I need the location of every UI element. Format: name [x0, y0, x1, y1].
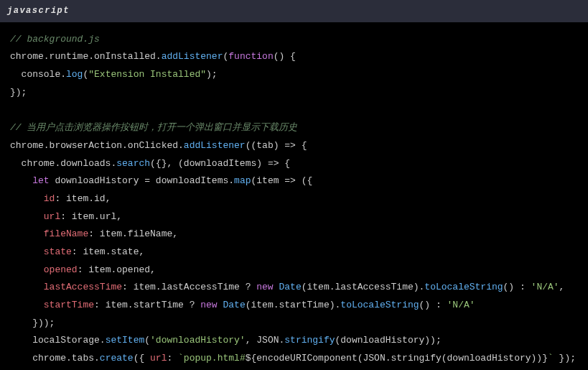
code-text: }); — [10, 87, 27, 98]
code-text: : item.url, — [60, 211, 122, 222]
keyword: new — [200, 300, 217, 310]
code-text: : item.startTime ? — [94, 300, 200, 310]
code-text: () : — [419, 300, 447, 310]
fn-call: stringify — [284, 335, 335, 346]
code-text: chrome.downloads. — [10, 158, 116, 169]
template-expr: ${encodeURIComponent(JSON.stringify(down… — [246, 353, 548, 364]
code-text: downloadHistory = downloadItems. — [50, 175, 234, 186]
code-text — [10, 193, 44, 204]
code-text: () : — [503, 282, 531, 292]
fn-call: setItem — [106, 335, 145, 346]
fn-call: addListener — [162, 51, 223, 62]
code-text: : item.state, — [72, 246, 144, 257]
code-text: ({}, ( — [150, 158, 184, 169]
template-string: `popup.html# — [178, 353, 246, 364]
property: lastAccessTime — [44, 282, 122, 292]
keyword: let — [32, 175, 49, 186]
code-text: (( — [246, 140, 257, 151]
fn-call: Date — [279, 282, 301, 292]
code-text — [10, 282, 44, 292]
fn-call: create — [100, 353, 134, 364]
code-text: console. — [10, 69, 66, 80]
code-text: })); — [10, 318, 55, 328]
code-text — [10, 264, 44, 275]
param: tab — [256, 140, 273, 151]
code-text: : — [167, 353, 178, 364]
property: startTime — [44, 300, 94, 310]
string: 'downloadHistory' — [150, 335, 246, 346]
code-text: }); — [554, 353, 576, 364]
code-text — [10, 300, 44, 310]
comment: // 当用户点击浏览器操作按钮时，打开一个弹出窗口并显示下载历史 — [10, 122, 297, 133]
string: 'N/A' — [531, 282, 559, 292]
string: 'N/A' — [447, 300, 475, 310]
language-header: javascript — [0, 0, 588, 22]
property: url — [44, 211, 60, 222]
code-block: // background.js chrome.runtime.onInstal… — [0, 22, 588, 370]
code-text: chrome.browserAction.onClicked. — [10, 140, 184, 151]
param: downloadItems — [184, 158, 256, 169]
fn-call: log — [66, 69, 83, 80]
code-text: () { — [274, 51, 296, 62]
comment: // background.js — [10, 34, 100, 45]
keyword: new — [256, 282, 273, 292]
code-text: : item.opened, — [78, 264, 156, 275]
fn-call: map — [234, 175, 251, 186]
code-text: chrome.tabs. — [10, 353, 100, 364]
property: opened — [44, 264, 78, 275]
string: "Extension Installed" — [88, 69, 206, 80]
code-text: localStorage. — [10, 335, 106, 346]
code-text — [10, 211, 44, 222]
code-text: , — [559, 282, 565, 292]
language-label: javascript — [7, 6, 70, 16]
code-text — [10, 246, 44, 257]
code-text: ) => { — [274, 140, 307, 151]
code-text: (downloadHistory)); — [335, 335, 442, 346]
property: id — [44, 193, 55, 204]
property: state — [44, 246, 72, 257]
keyword: function — [228, 51, 273, 62]
fn-call: toLocaleString — [424, 282, 503, 292]
code-text: ( — [144, 335, 150, 346]
code-text: , JSON. — [246, 335, 285, 346]
fn-call: toLocaleString — [340, 300, 419, 310]
property: fileName — [44, 228, 88, 239]
code-text: : item.lastAccessTime ? — [122, 282, 256, 292]
property: url — [150, 353, 167, 364]
code-text: chrome.runtime.onInstalled. — [10, 51, 162, 62]
param: item — [256, 175, 279, 186]
code-text — [10, 175, 32, 186]
code-text: ); — [206, 69, 218, 80]
fn-call: addListener — [184, 140, 246, 151]
code-text: (item.lastAccessTime). — [302, 282, 425, 292]
fn-call: Date — [223, 300, 245, 310]
code-text: ({ — [134, 353, 150, 364]
code-text: (item.startTime). — [246, 300, 341, 310]
fn-call: search — [116, 158, 150, 169]
code-text: : item.id, — [55, 193, 111, 204]
code-text: : item.fileName, — [88, 228, 178, 239]
code-text: ) => { — [256, 158, 290, 169]
template-string: ` — [548, 353, 554, 364]
code-text — [10, 228, 44, 239]
code-text: => ({ — [279, 175, 313, 186]
